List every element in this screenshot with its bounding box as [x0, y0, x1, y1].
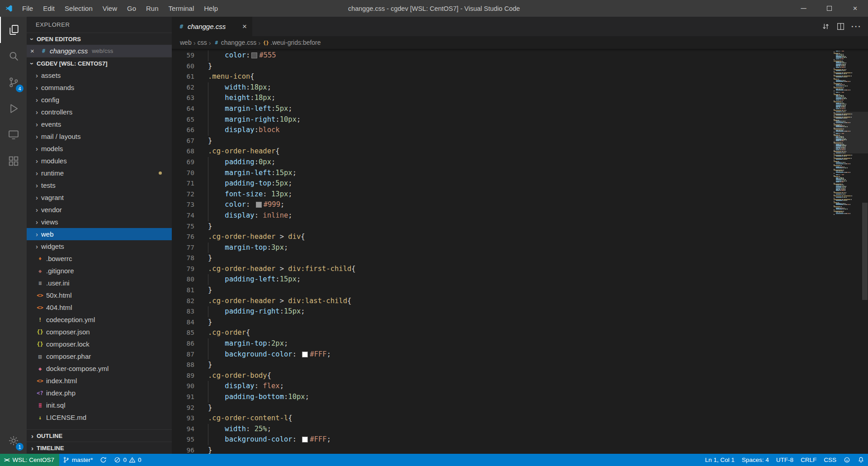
- cursor-position[interactable]: Ln 1, Col 1: [701, 454, 738, 466]
- code-line[interactable]: 74 display: inline;: [172, 210, 868, 221]
- timeline-header[interactable]: › TIMELINE: [27, 442, 172, 454]
- code-line[interactable]: 75}: [172, 221, 868, 232]
- notifications-bell[interactable]: [854, 454, 868, 466]
- breadcrumb-item-css[interactable]: css: [198, 39, 207, 46]
- file-gitignore[interactable]: ◆.gitignore: [27, 265, 172, 277]
- menu-go[interactable]: Go: [122, 0, 141, 17]
- close-button[interactable]: ×: [842, 0, 868, 17]
- activitybar-source-control[interactable]: 4: [0, 69, 27, 95]
- code-line[interactable]: 67}: [172, 136, 868, 147]
- file-user-ini[interactable]: ≡.user.ini: [27, 277, 172, 289]
- file-composer-lock[interactable]: {}composer.lock: [27, 338, 172, 350]
- code-line[interactable]: 71 padding-top:5px;: [172, 178, 868, 189]
- folder-vagrant[interactable]: ›vagrant: [27, 191, 172, 204]
- file-index-html[interactable]: <>index.html: [27, 375, 172, 387]
- file-50x-html[interactable]: <>50x.html: [27, 289, 172, 301]
- minimize-button[interactable]: ─: [791, 0, 816, 17]
- folder-views[interactable]: ›views: [27, 216, 172, 228]
- breadcrumb-item-weui-grids-before[interactable]: {}.weui-grids:before: [262, 39, 321, 46]
- scrollbar-thumb[interactable]: [862, 203, 868, 300]
- encoding[interactable]: UTF-8: [773, 454, 797, 466]
- menu-help[interactable]: Help: [199, 0, 223, 17]
- workspace-header[interactable]: › CGDEV [WSL: CENTOS7]: [27, 57, 172, 69]
- code-line[interactable]: 83 padding-right:15px;: [172, 306, 868, 317]
- problems-indicator[interactable]: 0 0: [110, 454, 145, 466]
- menu-terminal[interactable]: Terminal: [164, 0, 199, 17]
- activitybar-remote-explorer[interactable]: [0, 122, 27, 148]
- menu-selection[interactable]: Selection: [60, 0, 98, 17]
- code-line[interactable]: 82.cg-order-header > div:last-child{: [172, 296, 868, 307]
- code-line[interactable]: 81}: [172, 285, 868, 296]
- open-changes-icon[interactable]: [821, 22, 830, 31]
- menu-file[interactable]: File: [17, 0, 38, 17]
- code-line[interactable]: 77 margin-top:3px;: [172, 243, 868, 253]
- folder-config[interactable]: ›config: [27, 94, 172, 106]
- split-editor-icon[interactable]: [836, 22, 845, 31]
- tab-changge-css[interactable]: # changge.css ×: [172, 17, 252, 36]
- code-line[interactable]: 93.cg-order-content-l{: [172, 413, 868, 424]
- menu-view[interactable]: View: [98, 0, 122, 17]
- file-composer-phar[interactable]: ▤composer.phar: [27, 350, 172, 362]
- remote-indicator[interactable]: >< WSL: CentOS7: [0, 454, 59, 466]
- maximize-button[interactable]: [816, 0, 842, 17]
- code-line[interactable]: 88}: [172, 360, 868, 371]
- menu-run[interactable]: Run: [141, 0, 164, 17]
- code-line[interactable]: 94 width: 25%;: [172, 424, 868, 435]
- code-line[interactable]: 89.cg-order-body{: [172, 371, 868, 381]
- outline-header[interactable]: › OUTLINE: [27, 429, 172, 442]
- file-404-html[interactable]: <>404.html: [27, 301, 172, 314]
- folder-web[interactable]: ›web: [27, 228, 172, 240]
- code-line[interactable]: 95 background-color: #FFF;: [172, 434, 868, 445]
- open-editors-header[interactable]: › OPEN EDITORS: [27, 33, 172, 45]
- eol-selector[interactable]: CRLF: [797, 454, 820, 466]
- activitybar-extensions[interactable]: [0, 148, 27, 174]
- minimap-slider[interactable]: [834, 112, 868, 153]
- folder-tests[interactable]: ›tests: [27, 179, 172, 191]
- code-line[interactable]: 79.cg-order-header > div:first-child{: [172, 264, 868, 275]
- color-swatch[interactable]: [302, 352, 308, 357]
- sync-button[interactable]: [96, 454, 110, 466]
- menu-edit[interactable]: Edit: [38, 0, 60, 17]
- activitybar-run-and-debug[interactable]: [0, 95, 27, 122]
- close-icon[interactable]: ×: [30, 47, 39, 55]
- code-line[interactable]: 62 width:18px;: [172, 82, 868, 93]
- code-line[interactable]: 65 margin-right:10px;: [172, 114, 868, 125]
- code-line[interactable]: 64 margin-left:5px;: [172, 104, 868, 114]
- code-line[interactable]: 80 padding-left:15px;: [172, 274, 868, 285]
- folder-events[interactable]: ›events: [27, 118, 172, 130]
- code-line[interactable]: 73 color: #999;: [172, 200, 868, 210]
- file-init-sql[interactable]: ≣init.sql: [27, 399, 172, 411]
- color-swatch[interactable]: [302, 437, 308, 442]
- code-line[interactable]: 66 display:block: [172, 125, 868, 136]
- code-line[interactable]: 69 padding:0px;: [172, 157, 868, 168]
- folder-widgets[interactable]: ›widgets: [27, 240, 172, 252]
- code-line[interactable]: 76.cg-order-header > div{: [172, 232, 868, 243]
- code-line[interactable]: 63 height:18px;: [172, 93, 868, 104]
- code-line[interactable]: 60}: [172, 61, 868, 72]
- code-line[interactable]: 70 margin-left:15px;: [172, 168, 868, 179]
- breadcrumb-item-changge-css[interactable]: #changge.css: [213, 39, 257, 46]
- file-index-php[interactable]: <?index.php: [27, 387, 172, 399]
- folder-vendor[interactable]: ›vendor: [27, 204, 172, 216]
- code-line[interactable]: 87 background-color: #FFF;: [172, 349, 868, 360]
- activitybar-search[interactable]: [0, 43, 27, 69]
- code-line[interactable]: 68.cg-order-header{: [172, 146, 868, 157]
- code-line[interactable]: 92}: [172, 403, 868, 414]
- folder-modules[interactable]: ›modules: [27, 155, 172, 167]
- folder-runtime[interactable]: ›runtime: [27, 167, 172, 179]
- folder-commands[interactable]: ›commands: [27, 81, 172, 94]
- file-composer-json[interactable]: {}composer.json: [27, 326, 172, 338]
- language-mode[interactable]: CSS: [820, 454, 840, 466]
- activitybar-manage[interactable]: 1: [0, 428, 27, 454]
- file-docker-compose-yml[interactable]: ◆docker-compose.yml: [27, 362, 172, 375]
- code-line[interactable]: 59 color:#555: [172, 50, 868, 61]
- open-editor-item[interactable]: × # changge.css web/css: [27, 45, 172, 57]
- code-line[interactable]: 86 margin-top:2px;: [172, 338, 868, 349]
- minimap[interactable]: [834, 49, 862, 454]
- close-icon[interactable]: ×: [242, 22, 247, 31]
- code-line[interactable]: 61.menu-icon{: [172, 71, 868, 82]
- code-line[interactable]: 91 padding-bottom:10px;: [172, 392, 868, 403]
- folder-models[interactable]: ›models: [27, 143, 172, 155]
- code-line[interactable]: 84}: [172, 317, 868, 328]
- file-license-md[interactable]: ↓LICENSE.md: [27, 411, 172, 423]
